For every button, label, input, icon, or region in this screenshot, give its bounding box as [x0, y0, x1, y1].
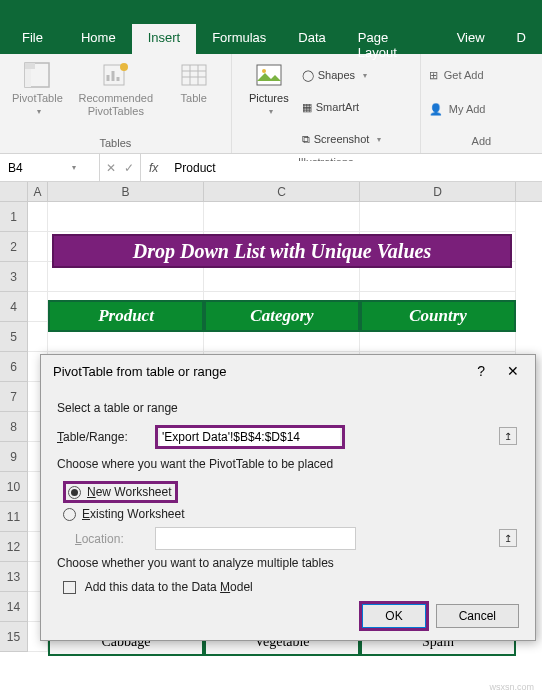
recommended-icon: [101, 60, 131, 90]
sheet-title-banner: Drop Down List with Unique Values: [52, 234, 512, 268]
col-header-c[interactable]: C: [204, 182, 360, 201]
tab-insert[interactable]: Insert: [132, 24, 197, 54]
row-header[interactable]: 1: [0, 202, 28, 232]
row-header[interactable]: 3: [0, 262, 28, 292]
pivottable-label: PivotTable: [12, 92, 63, 105]
cancel-icon[interactable]: ✕: [106, 161, 116, 175]
col-header-a[interactable]: A: [28, 182, 48, 201]
shapes-label: Shapes: [318, 69, 355, 81]
smartart-button[interactable]: ▦SmartArt: [302, 92, 412, 122]
watermark: wsxsn.com: [489, 682, 534, 692]
pictures-label: Pictures: [249, 92, 289, 105]
row-header[interactable]: 13: [0, 562, 28, 592]
smartart-icon: ▦: [302, 101, 312, 114]
svg-point-4: [120, 63, 128, 71]
tab-pagelayout[interactable]: Page Layout: [342, 24, 441, 54]
addins-group-label: Add: [429, 133, 534, 147]
row-header[interactable]: 15: [0, 622, 28, 652]
ribbon: PivotTable ▾ Recommended PivotTables Tab…: [0, 54, 542, 154]
row-header[interactable]: 4: [0, 292, 28, 322]
tables-group-label: Tables: [8, 135, 223, 149]
tab-data[interactable]: Data: [282, 24, 341, 54]
new-worksheet-radio[interactable]: [68, 486, 81, 499]
col-header-b[interactable]: B: [48, 182, 204, 201]
tab-view[interactable]: View: [441, 24, 501, 54]
pivottable-icon: [22, 60, 52, 90]
place-label: Choose where you want the PivotTable to …: [57, 457, 519, 471]
multi-tables-label: Choose whether you want to analyze multi…: [57, 556, 519, 570]
ok-button[interactable]: OK: [362, 604, 425, 628]
svg-rect-5: [182, 65, 206, 85]
pictures-button[interactable]: Pictures ▾: [240, 58, 298, 154]
col-header-d[interactable]: D: [360, 182, 516, 201]
my-addins-button[interactable]: 👤My Add: [429, 94, 534, 124]
row-header[interactable]: 9: [0, 442, 28, 472]
titlebar: [0, 0, 542, 24]
smartart-label: SmartArt: [316, 101, 359, 113]
range-picker-icon[interactable]: ↥: [499, 529, 517, 547]
row-header[interactable]: 10: [0, 472, 28, 502]
row-header[interactable]: 7: [0, 382, 28, 412]
range-picker-icon[interactable]: ↥: [499, 427, 517, 445]
check-icon[interactable]: ✓: [124, 161, 134, 175]
row-header[interactable]: 5: [0, 322, 28, 352]
addins-icon: ⊞: [429, 69, 438, 82]
formula-input[interactable]: [166, 161, 542, 175]
table-range-input[interactable]: [160, 428, 340, 446]
svg-rect-10: [257, 65, 281, 85]
location-input: [155, 527, 356, 550]
add-to-model-label: Add this data to the Data Model: [85, 580, 253, 594]
th-country: Country: [360, 300, 516, 332]
row-header[interactable]: 12: [0, 532, 28, 562]
tab-d[interactable]: D: [501, 24, 542, 54]
get-addins-button[interactable]: ⊞Get Add: [429, 60, 534, 90]
table-button[interactable]: Table: [165, 58, 223, 135]
close-icon[interactable]: ✕: [503, 363, 523, 379]
formula-bar: ▾ ✕ ✓ fx: [0, 154, 542, 182]
fx-icon[interactable]: fx: [141, 154, 166, 181]
svg-rect-2: [25, 69, 31, 87]
svg-rect-1: [25, 63, 35, 69]
new-worksheet-label: New Worksheet: [87, 485, 171, 499]
tab-file[interactable]: File: [0, 24, 65, 54]
th-category: Category: [204, 300, 360, 332]
dropdown-icon: ▾: [269, 107, 273, 116]
dropdown-icon[interactable]: ▾: [72, 163, 76, 172]
recommended-pivottables-button[interactable]: Recommended PivotTables: [71, 58, 161, 135]
my-addins-label: My Add: [449, 103, 486, 115]
help-icon[interactable]: ?: [477, 363, 485, 379]
shapes-icon: ◯: [302, 69, 314, 82]
tab-home[interactable]: Home: [65, 24, 132, 54]
row-header[interactable]: 14: [0, 592, 28, 622]
screenshot-icon: ⧉: [302, 133, 310, 146]
table-icon: [179, 60, 209, 90]
shapes-button[interactable]: ◯Shapes▾: [302, 60, 412, 90]
tab-formulas[interactable]: Formulas: [196, 24, 282, 54]
name-box[interactable]: ▾: [0, 154, 100, 181]
get-addins-label: Get Add: [444, 69, 484, 81]
row-header[interactable]: 2: [0, 232, 28, 262]
select-all-corner[interactable]: [0, 182, 28, 201]
recommended-label: Recommended PivotTables: [78, 92, 153, 118]
select-range-label: Select a table or range: [57, 401, 519, 415]
row-header[interactable]: 6: [0, 352, 28, 382]
dialog-title: PivotTable from table or range: [53, 364, 477, 379]
row-header[interactable]: 11: [0, 502, 28, 532]
cancel-button[interactable]: Cancel: [436, 604, 519, 628]
existing-worksheet-radio[interactable]: [63, 508, 76, 521]
myaddins-icon: 👤: [429, 103, 443, 116]
table-header-row: Product Category Country: [48, 300, 516, 332]
table-range-label: Table/Range:: [57, 430, 147, 444]
existing-worksheet-label: Existing Worksheet: [82, 507, 185, 521]
screenshot-button[interactable]: ⧉Screenshot▾: [302, 124, 412, 154]
location-label: Location:: [75, 532, 147, 546]
row-header[interactable]: 8: [0, 412, 28, 442]
add-to-model-checkbox[interactable]: [63, 581, 76, 594]
screenshot-label: Screenshot: [314, 133, 370, 145]
pivottable-dialog: PivotTable from table or range ? ✕ Selec…: [40, 354, 536, 641]
pivottable-button[interactable]: PivotTable ▾: [8, 58, 67, 135]
dropdown-icon: ▾: [37, 107, 41, 116]
svg-point-11: [262, 69, 266, 73]
name-box-input[interactable]: [8, 161, 68, 175]
th-product: Product: [48, 300, 204, 332]
